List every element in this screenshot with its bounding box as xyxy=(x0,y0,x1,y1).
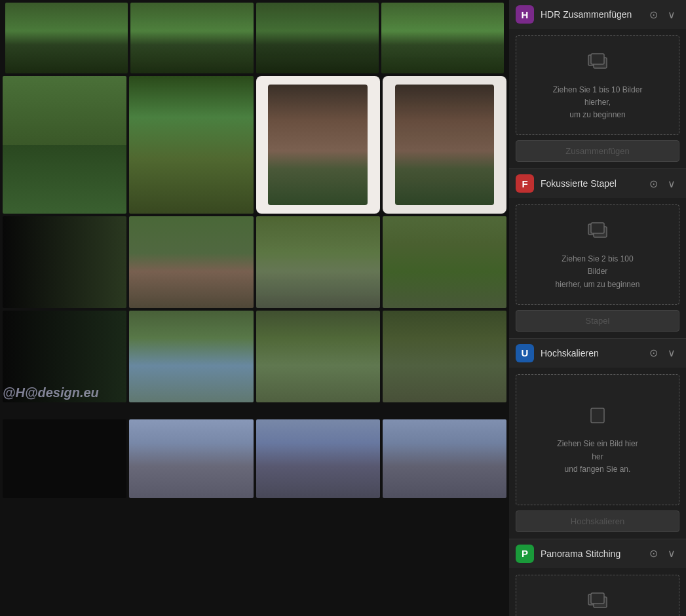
hdr-drop-icon xyxy=(587,49,608,79)
photo-thumb[interactable] xyxy=(383,419,506,498)
fokus-panel-title: Fokussierte Stapel xyxy=(541,178,645,189)
photo-thumb[interactable] xyxy=(3,311,126,402)
panorama-icon: P xyxy=(516,545,534,563)
photo-grid: @H@design.eu xyxy=(0,0,509,616)
upscale-panel-title: Hochskalieren xyxy=(541,348,645,358)
fokus-panel-body: Ziehen Sie 2 bis 100 Bilder hierher, um … xyxy=(509,198,686,337)
panorama-menu-button[interactable]: ⊙ xyxy=(645,546,661,562)
upscale-button[interactable]: Hochskalieren xyxy=(516,510,679,532)
hdr-icon: H xyxy=(516,5,534,24)
fokus-drop-text: Ziehen Sie 2 bis 100 Bilder hierher, um … xyxy=(556,253,640,291)
hdr-panel-body: Ziehen Sie 1 bis 10 Bilder hierher, um z… xyxy=(509,29,686,168)
hdr-panel-title: HDR Zusammenfügen xyxy=(541,9,645,20)
photo-thumb[interactable] xyxy=(129,76,253,214)
photo-thumb[interactable] xyxy=(256,76,380,214)
fokus-stack-button[interactable]: Stapel xyxy=(516,310,679,332)
hdr-drop-zone[interactable]: Ziehen Sie 1 bis 10 Bilder hierher, um z… xyxy=(516,35,679,135)
upscale-panel-header[interactable]: U Hochskalieren ⊙ ∨ xyxy=(509,339,686,368)
panorama-panel-title: Panorama Stitching xyxy=(541,549,645,559)
panorama-drop-zone[interactable]: Drag 2 or more photos or 1 video here to… xyxy=(516,575,679,616)
hdr-drop-text: Ziehen Sie 1 bis 10 Bilder hierher, um z… xyxy=(553,84,643,122)
photo-thumb[interactable] xyxy=(383,311,506,402)
photo-thumb[interactable] xyxy=(256,3,379,73)
upscale-drop-zone[interactable]: Ziehen Sie ein Bild hier her und fangen … xyxy=(516,374,679,505)
upscale-icon: U xyxy=(516,344,534,362)
panorama-collapse-button[interactable]: ∨ xyxy=(664,546,679,562)
fokus-menu-button[interactable]: ⊙ xyxy=(645,176,661,191)
svg-rect-2 xyxy=(591,54,604,64)
hdr-collapse-button[interactable]: ∨ xyxy=(664,7,679,22)
panorama-panel-body: Drag 2 or more photos or 1 video here to… xyxy=(509,568,686,616)
photo-thumb[interactable] xyxy=(3,419,126,498)
fokus-panel: F Fokussierte Stapel ⊙ ∨ Ziehen Sie 2 bi… xyxy=(509,169,686,338)
fokus-icon: F xyxy=(516,174,534,193)
svg-rect-6 xyxy=(591,408,604,423)
photo-thumb[interactable] xyxy=(130,3,253,73)
upscale-menu-button[interactable]: ⊙ xyxy=(645,345,661,361)
svg-rect-5 xyxy=(591,223,604,233)
fokus-drop-icon xyxy=(587,218,608,248)
photo-thumb[interactable] xyxy=(383,216,506,308)
upscale-collapse-button[interactable]: ∨ xyxy=(664,345,679,361)
upscale-drop-icon xyxy=(587,404,608,433)
photo-thumb[interactable] xyxy=(383,76,506,214)
photo-thumb[interactable] xyxy=(3,76,126,214)
panorama-panel: P Panorama Stitching ⊙ ∨ Drag 2 or more … xyxy=(509,539,686,616)
panorama-panel-header[interactable]: P Panorama Stitching ⊙ ∨ xyxy=(509,539,686,568)
fokus-panel-header[interactable]: F Fokussierte Stapel ⊙ ∨ xyxy=(509,169,686,198)
photo-thumb[interactable] xyxy=(256,311,380,402)
photo-thumb[interactable] xyxy=(256,216,380,308)
sidebar: H HDR Zusammenfügen ⊙ ∨ Ziehen Sie 1 bis… xyxy=(509,0,686,616)
hdr-panel: H HDR Zusammenfügen ⊙ ∨ Ziehen Sie 1 bis… xyxy=(509,0,686,169)
hdr-panel-header[interactable]: H HDR Zusammenfügen ⊙ ∨ xyxy=(509,0,686,29)
hdr-menu-button[interactable]: ⊙ xyxy=(645,7,661,22)
hdr-merge-button[interactable]: Zusammenfügen xyxy=(516,140,679,162)
fokus-drop-zone[interactable]: Ziehen Sie 2 bis 100 Bilder hierher, um … xyxy=(516,204,679,304)
panorama-drop-icon xyxy=(587,588,608,616)
svg-rect-9 xyxy=(591,593,604,604)
upscale-panel: U Hochskalieren ⊙ ∨ Ziehen Sie ein Bild … xyxy=(509,339,686,539)
upscale-panel-body: Ziehen Sie ein Bild hier her und fangen … xyxy=(509,368,686,539)
photo-thumb[interactable] xyxy=(3,216,126,308)
photo-thumb[interactable] xyxy=(129,311,253,402)
photo-thumb[interactable] xyxy=(5,3,128,73)
photo-thumb[interactable] xyxy=(129,419,253,498)
photo-thumb[interactable] xyxy=(129,216,253,308)
photo-thumb[interactable] xyxy=(381,3,504,73)
photo-thumb[interactable] xyxy=(256,419,380,498)
upscale-drop-text: Ziehen Sie ein Bild hier her und fangen … xyxy=(557,438,638,476)
fokus-collapse-button[interactable]: ∨ xyxy=(664,176,679,191)
